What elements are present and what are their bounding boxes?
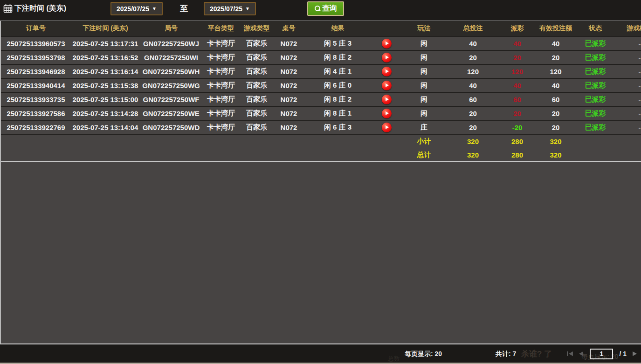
play-video-icon[interactable] [382, 53, 392, 62]
bet-time: 2025-07-25 13:15:38 [71, 79, 140, 92]
col-header-tableno: 桌号 [274, 21, 304, 36]
chevron-down-icon: ▼ [245, 6, 250, 11]
payout: 20 [500, 51, 535, 64]
bet-time: 2025-07-25 13:14:28 [71, 107, 140, 120]
play-type: 闲 [402, 65, 446, 78]
game-mode: - [614, 79, 641, 92]
table-row: 250725133960573 2025-07-25 13:17:31 GN07… [1, 37, 641, 51]
round-id: GN072257250WI [140, 51, 202, 64]
col-header-result: 结果 [304, 21, 372, 36]
total-bet: 60 [446, 93, 500, 106]
payout: 120 [500, 65, 535, 78]
page-input[interactable]: 1 [590, 349, 613, 359]
game-type: 百家乐 [240, 93, 274, 106]
date-to-select[interactable]: 2025/07/25 ▼ [204, 2, 256, 15]
order-id: 250725133922769 [1, 121, 71, 134]
table-number: N072 [274, 79, 304, 92]
payout: 40 [500, 37, 535, 50]
play-video-icon[interactable] [382, 95, 392, 104]
date-to-value: 2025/07/25 [210, 5, 242, 13]
valid-bet: 60 [535, 93, 577, 106]
total-payout: 280 [500, 148, 535, 161]
play-video-icon[interactable] [382, 81, 392, 90]
payout: 20 [500, 107, 535, 120]
col-header-status: 状态 [577, 21, 614, 36]
valid-bet: 40 [535, 79, 577, 92]
total-bet: 120 [446, 65, 500, 78]
order-id: 250725133933735 [1, 93, 71, 106]
filter-label: 下注时间 (美东) [14, 4, 66, 14]
result: 闲 6 庄 3 [304, 121, 372, 134]
order-id: 250725133960573 [1, 37, 71, 50]
platform-type: 卡卡湾厅 [202, 65, 240, 78]
round-id: GN072257250WF [140, 93, 202, 106]
subtotal-valid: 320 [535, 135, 577, 148]
game-mode: - [614, 93, 641, 106]
col-header-play: 玩法 [402, 21, 446, 36]
play-video-icon[interactable] [382, 109, 392, 118]
date-from-select[interactable]: 2025/07/25 ▼ [110, 2, 163, 15]
subtotal-label: 小计 [402, 135, 446, 148]
background-bleed-text: 杀谁? 了 [521, 349, 552, 359]
subtotal-row: 小计 320 280 320 [1, 135, 641, 148]
result: 闲 6 庄 0 [304, 79, 372, 92]
order-id: 250725133946928 [1, 65, 71, 78]
play-video-icon[interactable] [382, 39, 392, 48]
table-number: N072 [274, 37, 304, 50]
status-badge: 已派彩 [577, 121, 614, 134]
status-badge: 已派彩 [577, 107, 614, 120]
game-mode: - [614, 37, 641, 50]
platform-type: 卡卡湾厅 [202, 79, 240, 92]
filter-bar: 下注时间 (美东) 2025/07/25 ▼ 至 2025/07/25 ▼ 查询 [0, 0, 641, 21]
round-id: GN072257250WG [140, 79, 202, 92]
pagination-bar: 杀谁? 了 每页显示: 20 总数 每页显示: 20 共计: 7 1 / 1 [0, 344, 641, 364]
col-header-gametype: 游戏类型 [240, 21, 274, 36]
table-row: 250725133927586 2025-07-25 13:14:28 GN07… [1, 107, 641, 121]
platform-type: 卡卡湾厅 [202, 51, 240, 64]
table-number: N072 [274, 51, 304, 64]
game-type: 百家乐 [240, 51, 274, 64]
play-type: 闲 [402, 51, 446, 64]
round-id: GN072257250WE [140, 107, 202, 120]
table-number: N072 [274, 93, 304, 106]
table-row: 250725133953798 2025-07-25 13:16:52 GN07… [1, 51, 641, 65]
game-mode: - [614, 107, 641, 120]
search-icon [314, 6, 321, 12]
round-id: GN072257250WH [140, 65, 202, 78]
total-bet: 20 [446, 51, 500, 64]
total-bet: 320 [446, 148, 500, 161]
table-number: N072 [274, 65, 304, 78]
search-button[interactable]: 查询 [307, 1, 344, 16]
status-badge: 已派彩 [577, 65, 614, 78]
valid-bet: 20 [535, 51, 577, 64]
game-type: 百家乐 [240, 79, 274, 92]
valid-bet: 20 [535, 121, 577, 134]
per-page-label: 每页显示: 20 [405, 350, 442, 358]
bet-time: 2025-07-25 13:16:14 [71, 65, 140, 78]
play-video-icon[interactable] [382, 123, 392, 132]
first-page-icon[interactable] [566, 351, 573, 357]
page-total-label: / 1 [619, 350, 627, 357]
next-page-icon[interactable] [632, 351, 638, 357]
result: 闲 8 庄 2 [304, 51, 372, 64]
game-mode: - [614, 121, 641, 134]
table-number: N072 [274, 107, 304, 120]
result: 闲 4 庄 1 [304, 65, 372, 78]
platform-type: 卡卡湾厅 [202, 107, 240, 120]
play-type: 闲 [402, 79, 446, 92]
round-id: GN072257250WJ [140, 37, 202, 50]
status-badge: 已派彩 [577, 93, 614, 106]
play-type: 闲 [402, 37, 446, 50]
total-label: 总计 [402, 148, 446, 161]
platform-type: 卡卡湾厅 [202, 37, 240, 50]
table-row: 250725133933735 2025-07-25 13:15:00 GN07… [1, 93, 641, 107]
to-label: 至 [180, 3, 188, 14]
background-bleed-text: 总数 [388, 355, 400, 363]
prev-page-icon[interactable] [578, 351, 585, 357]
valid-bet: 20 [535, 107, 577, 120]
result: 闲 8 庄 1 [304, 107, 372, 120]
play-video-icon[interactable] [382, 67, 392, 76]
play-type: 庄 [402, 121, 446, 134]
col-header-totalbet: 总投注 [446, 21, 500, 36]
payout: 60 [500, 93, 535, 106]
